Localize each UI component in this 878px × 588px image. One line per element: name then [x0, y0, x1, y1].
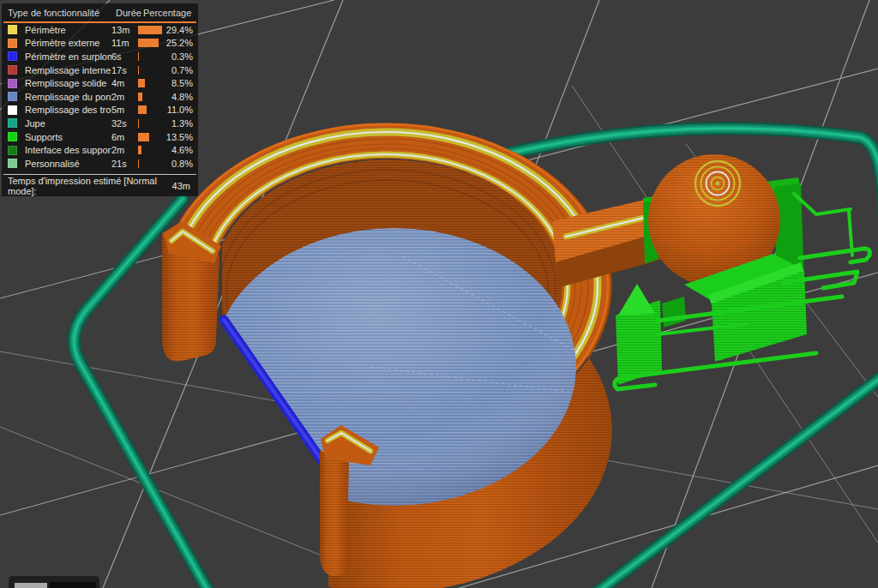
- feature-duration: 6m: [111, 132, 138, 142]
- legend-row-overhang-perimeter[interactable]: Périmètre en surplomb 6s 0.3%: [2, 50, 198, 63]
- feature-label: Jupe: [25, 118, 111, 129]
- legend-row-skirt[interactable]: Jupe 32s 1.3%: [2, 117, 198, 130]
- feature-percent: 11.0%: [164, 105, 198, 115]
- estimated-print-time-value: 43m: [172, 181, 192, 191]
- feature-percent: 29.4%: [164, 25, 198, 35]
- feature-duration: 2m: [111, 92, 138, 102]
- legend-row-solid-infill[interactable]: Remplissage solide 4m 8.5%: [2, 76, 198, 90]
- feature-percent: 4.8%: [164, 92, 198, 102]
- legend-header-feature: Type de fonctionnalité: [2, 8, 116, 18]
- percentage-bar: [138, 39, 159, 47]
- feature-percent: 8.5%: [164, 78, 198, 88]
- feature-percent: 0.8%: [164, 159, 198, 169]
- legend-header: Type de fonctionnalité Durée Percentage: [2, 3, 198, 21]
- feature-label: Périmètre externe: [25, 38, 111, 48]
- feature-color-swatch: [8, 92, 17, 101]
- legend-header-percentage: Percentage: [143, 8, 198, 18]
- feature-color-swatch: [8, 51, 17, 61]
- legend-row-bridge-infill[interactable]: Remplissage du pont 2m 4.8%: [2, 90, 198, 104]
- feature-percent: 0.3%: [164, 51, 198, 62]
- feature-color-swatch: [8, 146, 17, 155]
- legend-rows: Périmètre 13m 29.4% Périmètre externe 11…: [2, 23, 198, 171]
- feature-label: Remplissage solide: [25, 78, 111, 88]
- percentage-bar: [138, 159, 139, 168]
- layer-slider-partial[interactable]: [9, 576, 99, 588]
- feature-duration: 5m: [111, 105, 138, 115]
- feature-label: Interface des supports: [25, 145, 111, 155]
- legend-row-internal-infill[interactable]: Remplissage interne 17s 0.7%: [2, 63, 198, 77]
- percentage-bar: [138, 66, 139, 75]
- percentage-bar: [138, 133, 149, 141]
- feature-duration: 13m: [111, 25, 138, 35]
- feature-duration: 17s: [111, 65, 138, 75]
- percentage-bar: [138, 146, 141, 154]
- legend-header-duration: Durée: [116, 8, 143, 18]
- feature-color-swatch: [8, 159, 17, 168]
- feature-percent: 13.5%: [164, 132, 198, 142]
- feature-percent: 4.6%: [164, 145, 198, 155]
- estimated-print-time-label: Temps d'impression estimé [Normal mode]:: [8, 176, 172, 196]
- percentage-bar: [138, 93, 142, 101]
- feature-label: Remplissage des trous: [25, 105, 111, 115]
- slider-track[interactable]: [50, 582, 96, 588]
- percentage-bar: [138, 119, 139, 128]
- estimated-print-time: Temps d'impression estimé [Normal mode]:…: [2, 175, 198, 196]
- feature-duration: 4m: [111, 78, 138, 88]
- feature-percent: 1.3%: [164, 118, 198, 129]
- percentage-bar: [138, 79, 145, 87]
- legend-row-support-interface[interactable]: Interface des supports 2m 4.6%: [2, 143, 198, 157]
- legend-row-perimeter[interactable]: Périmètre 13m 29.4%: [2, 23, 198, 37]
- feature-color-swatch: [8, 65, 17, 75]
- feature-color-swatch: [8, 79, 17, 88]
- legend-row-gap-fill[interactable]: Remplissage des trous 5m 11.0%: [2, 104, 198, 117]
- print-legend-panel: Type de fonctionnalité Durée Percentage …: [2, 3, 198, 196]
- feature-color-swatch: [8, 105, 17, 115]
- feature-label: Périmètre: [25, 25, 111, 35]
- feature-color-swatch: [8, 39, 17, 48]
- slider-handle[interactable]: [15, 583, 47, 588]
- feature-label: Périmètre en surplomb: [25, 51, 111, 62]
- feature-label: Remplissage interne: [25, 65, 111, 75]
- legend-row-supports[interactable]: Supports 6m 13.5%: [2, 130, 198, 144]
- legend-row-external-perimeter[interactable]: Périmètre externe 11m 25.2%: [2, 37, 198, 51]
- feature-duration: 11m: [111, 38, 138, 48]
- feature-color-swatch: [8, 132, 17, 141]
- feature-duration: 6s: [111, 51, 138, 62]
- feature-color-swatch: [8, 118, 17, 128]
- percentage-bar: [138, 105, 147, 114]
- feature-percent: 0.7%: [164, 65, 198, 75]
- feature-duration: 32s: [111, 118, 138, 129]
- feature-color-swatch: [8, 25, 17, 34]
- percentage-bar: [138, 52, 139, 61]
- percentage-bar: [138, 26, 162, 34]
- feature-label: Supports: [25, 132, 111, 142]
- clamp-tab-upper: [162, 221, 221, 361]
- slicer-preview-window: Type de fonctionnalité Durée Percentage …: [0, 0, 878, 588]
- feature-duration: 2m: [111, 145, 138, 155]
- legend-row-custom[interactable]: Personnalisé 21s 0.8%: [2, 157, 198, 171]
- feature-duration: 21s: [111, 159, 138, 169]
- feature-label: Remplissage du pont: [25, 92, 111, 102]
- feature-label: Personnalisé: [25, 159, 111, 169]
- feature-percent: 25.2%: [164, 38, 198, 48]
